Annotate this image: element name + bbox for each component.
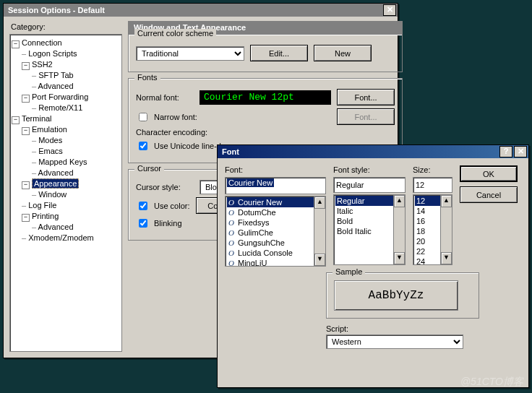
list-item[interactable]: Bold — [335, 216, 393, 226]
color-scheme-group: Current color scheme Traditional Edit...… — [128, 34, 403, 72]
scroll-up-icon: ▲ — [314, 196, 325, 209]
session-options-titlebar[interactable]: Session Options - Default ✕ — [4, 4, 398, 17]
list-item[interactable]: OFixedsys — [227, 217, 314, 228]
sample-group: Sample AaBbYyZz — [326, 272, 479, 319]
tree-node[interactable]: −SSH2 — [12, 59, 120, 70]
tree-toggle-icon[interactable]: − — [22, 62, 30, 70]
truetype-icon: O — [228, 248, 236, 258]
blinking-checkbox[interactable]: Blinking — [136, 217, 182, 230]
tree-node[interactable]: – Advanced — [12, 81, 120, 92]
tree-node[interactable]: – Modes — [12, 135, 120, 146]
list-item[interactable]: 24 — [415, 256, 440, 265]
tree-node[interactable]: −Printing — [12, 211, 120, 222]
close-icon[interactable]: ✕ — [383, 4, 396, 16]
tree-toggle-icon[interactable]: − — [12, 40, 20, 48]
list-item[interactable]: Regular — [335, 196, 393, 206]
tree-toggle-icon[interactable]: − — [22, 181, 30, 189]
list-item[interactable]: 14 — [415, 206, 440, 216]
encoding-label: Character encoding: — [136, 128, 207, 137]
font-style-listbox[interactable]: RegularItalicBoldBold Italic ▲▼ — [333, 194, 406, 265]
tree-node[interactable]: – Logon Scripts — [12, 48, 120, 59]
scrollbar[interactable]: ▲▼ — [440, 195, 452, 264]
tree-node[interactable]: – Xmodem/Zmodem — [12, 233, 120, 243]
tree-toggle-icon[interactable]: − — [22, 95, 30, 103]
tree-toggle-icon[interactable]: − — [12, 116, 20, 124]
scroll-up-icon: ▲ — [394, 195, 405, 207]
tree-node[interactable]: – Remote/X11 — [12, 103, 120, 113]
close-icon[interactable]: ✕ — [514, 146, 527, 157]
scroll-up-icon: ▲ — [441, 195, 452, 207]
scroll-down-icon: ▼ — [314, 254, 325, 266]
cursor-legend: Cursor — [134, 164, 164, 173]
list-item[interactable]: OGungsuhChe — [227, 238, 314, 248]
normal-font-preview: Courier New 12pt — [200, 90, 331, 105]
scrollbar[interactable]: ▲▼ — [393, 195, 405, 264]
tree-toggle-icon[interactable]: − — [22, 214, 30, 222]
list-item[interactable]: OGulimChe — [227, 228, 314, 238]
scroll-down-icon: ▼ — [441, 252, 452, 264]
narrow-font-button: Font... — [337, 108, 395, 125]
list-item[interactable]: 16 — [415, 216, 440, 226]
category-tree[interactable]: −Connection– Logon Scripts−SSH2– SFTP Ta… — [9, 34, 122, 352]
tree-node[interactable]: −Terminal — [12, 113, 120, 124]
normal-font-label: Normal font: — [136, 93, 194, 102]
tree-node[interactable]: −Appearance — [12, 178, 120, 189]
font-listbox[interactable]: OCourier NewODotumCheOFixedsysOGulimCheO… — [225, 196, 326, 267]
use-color-checkbox[interactable]: Use color: — [136, 199, 190, 212]
sample-text: AaBbYyZz — [334, 280, 458, 311]
scroll-down-icon: ▼ — [394, 252, 405, 264]
list-item[interactable]: 12 — [415, 196, 440, 206]
list-item[interactable]: 20 — [415, 236, 440, 246]
color-scheme-legend: Current color scheme — [134, 29, 216, 38]
truetype-icon: O — [228, 217, 236, 228]
list-item[interactable]: Italic — [335, 206, 393, 216]
tree-node[interactable]: −Connection — [12, 38, 120, 48]
list-item[interactable]: Bold Italic — [335, 226, 393, 236]
font-dialog-titlebar[interactable]: Font ? ✕ — [218, 145, 528, 158]
tree-node[interactable]: – Mapped Keys — [12, 157, 120, 168]
tree-node[interactable]: – SFTP Tab — [12, 70, 120, 81]
cancel-button[interactable]: Cancel — [460, 186, 518, 203]
tree-node[interactable]: −Emulation — [12, 124, 120, 135]
fonts-legend: Fonts — [134, 73, 160, 82]
scrollbar[interactable]: ▲▼ — [314, 196, 325, 266]
list-item[interactable]: 22 — [415, 246, 440, 256]
tree-node[interactable]: – Window — [12, 189, 120, 200]
truetype-icon: O — [228, 197, 236, 207]
font-label: Font: — [225, 165, 326, 174]
list-item[interactable]: 18 — [415, 226, 440, 236]
truetype-icon: O — [228, 207, 236, 217]
truetype-icon: O — [228, 258, 236, 267]
script-label: Script: — [326, 324, 521, 333]
category-label: Category: — [9, 21, 122, 34]
ok-button[interactable]: OK — [460, 165, 518, 182]
tree-node[interactable]: – Advanced — [12, 222, 120, 233]
tree-node[interactable]: – Log File — [12, 200, 120, 211]
font-style-label: Font style: — [333, 165, 406, 174]
tree-node[interactable]: −Port Forwarding — [12, 92, 120, 103]
font-size-listbox[interactable]: 12141618202224 ▲▼ — [413, 194, 452, 265]
list-item[interactable]: OLucida Console — [227, 248, 314, 258]
narrow-font-checkbox[interactable]: Narrow font: — [136, 111, 197, 124]
font-size-input[interactable] — [413, 177, 452, 193]
cursor-style-label: Cursor style: — [136, 183, 194, 191]
tree-toggle-icon[interactable]: − — [22, 127, 30, 135]
session-options-title: Session Options - Default — [5, 6, 105, 14]
script-select[interactable]: Western — [326, 334, 463, 349]
tree-node[interactable]: – Emacs — [12, 146, 120, 157]
sample-legend: Sample — [332, 267, 365, 276]
font-style-input[interactable] — [333, 177, 406, 193]
tree-node[interactable]: – Advanced — [12, 168, 120, 178]
font-dialog: Font ? ✕ Font: Courier New OCourier NewO… — [217, 144, 529, 388]
color-scheme-select[interactable]: Traditional — [136, 46, 244, 61]
list-item[interactable]: OCourier New — [227, 197, 314, 207]
help-icon[interactable]: ? — [499, 146, 512, 157]
truetype-icon: O — [228, 228, 236, 238]
list-item[interactable]: OMingLiU — [227, 258, 314, 267]
truetype-icon: O — [228, 238, 236, 248]
new-scheme-button[interactable]: New — [314, 45, 372, 61]
font-name-input[interactable]: Courier New — [225, 177, 326, 194]
edit-scheme-button[interactable]: Edit... — [250, 45, 308, 61]
list-item[interactable]: ODotumChe — [227, 207, 314, 217]
normal-font-button[interactable]: Font... — [337, 89, 395, 105]
